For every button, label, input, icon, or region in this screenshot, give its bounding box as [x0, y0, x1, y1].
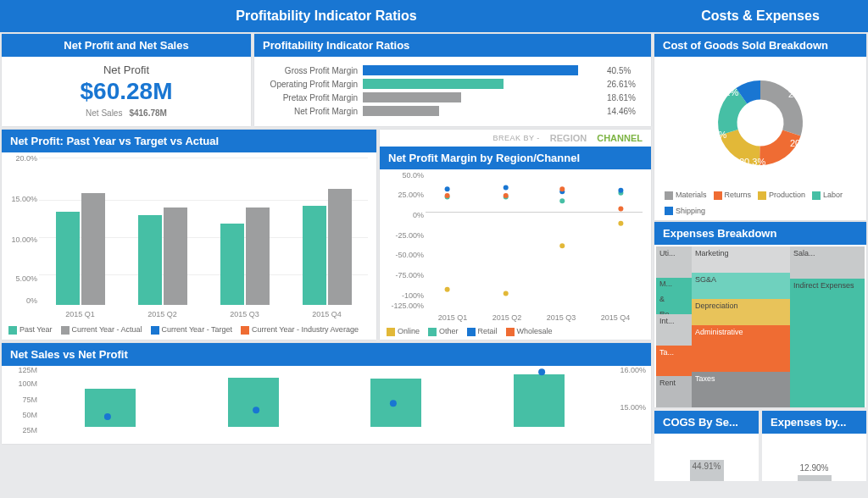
svg-point-4: [618, 221, 623, 226]
header-cogs-seg: COGS By Se...: [654, 411, 759, 434]
svg-text:20.5%: 20.5%: [788, 89, 815, 99]
header-np-margin: Net Profit Margin by Region/Channel: [380, 147, 651, 169]
header-exp-bd: Expenses Breakdown: [654, 222, 866, 245]
header-cogs: Cost of Goods Sold Breakdown: [654, 34, 866, 57]
legend-np-comp: Past Year Current Year - Actual Current …: [2, 322, 376, 338]
legend-np-margin: Online Other Retail Wholesale: [380, 324, 651, 340]
hbar-row: Pretax Profit Margin 18.61%: [263, 92, 643, 102]
kpi-block: Net Profit $60.28M Net Sales$416.78M: [2, 57, 251, 126]
tab-region[interactable]: REGION: [550, 133, 587, 143]
donut-cogs[interactable]: 20.5% 20.3% 20.3% 19.8% 19.1%: [654, 57, 866, 189]
header-ratios: Profitability Indicator Ratios: [254, 34, 651, 57]
svg-point-9: [445, 186, 450, 191]
hbar-row: Operating Profit Margin 26.61%: [263, 79, 643, 89]
svg-point-20: [538, 368, 545, 375]
chart-np-margin[interactable]: 50.0% 25.00% 0% -25.00% -50.00% -75.00% …: [380, 169, 651, 324]
svg-text:20.3%: 20.3%: [790, 138, 816, 148]
svg-text:19.8%: 19.8%: [700, 130, 726, 140]
hbar-row: Gross Profit Margin 40.5%: [263, 65, 643, 75]
header-sales-profit: Net Sales vs Net Profit: [2, 343, 651, 366]
chart-sales-profit[interactable]: 125M 100M 75M 50M 25M 16.00% 15.00%: [2, 366, 651, 444]
svg-point-15: [559, 186, 565, 191]
legend-donut: Materials Returns Production Labor Shipp…: [654, 189, 866, 220]
kpi-sub-label: Net Sales: [86, 108, 122, 118]
tab-channel[interactable]: CHANNEL: [597, 133, 643, 143]
kpi-value: $60.28M: [2, 78, 251, 105]
chart-np-comp[interactable]: 20.0% 15.00% 10.00% 5.00% 0%: [2, 152, 376, 322]
header-kpi: Net Profit and Net Sales: [2, 34, 251, 57]
header-profitability: Profitability Indicator Ratios: [0, 0, 653, 32]
chart-cogs-seg[interactable]: 44.91%: [654, 434, 759, 481]
svg-point-17: [104, 413, 111, 420]
kpi-sub-value: $416.78M: [129, 108, 166, 118]
hbar-row: Net Profit Margin 14.46%: [263, 106, 643, 116]
svg-point-2: [504, 290, 509, 296]
svg-point-18: [253, 407, 259, 413]
svg-point-1: [445, 287, 450, 292]
breakby-tabs: BREAK BY - REGION CHANNEL: [380, 130, 651, 147]
chart-exp-by[interactable]: 12.90%: [762, 434, 866, 481]
svg-point-7: [559, 198, 565, 203]
svg-point-19: [390, 400, 397, 407]
svg-text:20.3%: 20.3%: [739, 157, 765, 167]
header-exp-by: Expenses by...: [762, 411, 866, 434]
svg-point-3: [559, 243, 565, 248]
header-np-comp: Net Profit: Past Year vs Target vs Actua…: [2, 130, 376, 152]
svg-point-14: [504, 193, 509, 198]
kpi-label: Net Profit: [2, 64, 251, 76]
treemap-expenses[interactable]: Uti... M...&Re... Int... Ta... Rent Mark…: [656, 246, 865, 407]
svg-text:19.1%: 19.1%: [712, 87, 738, 97]
svg-point-13: [445, 193, 450, 198]
header-costs: Costs & Expenses: [653, 0, 868, 32]
svg-point-16: [618, 207, 623, 212]
svg-point-10: [504, 185, 509, 191]
svg-point-12: [618, 188, 623, 193]
